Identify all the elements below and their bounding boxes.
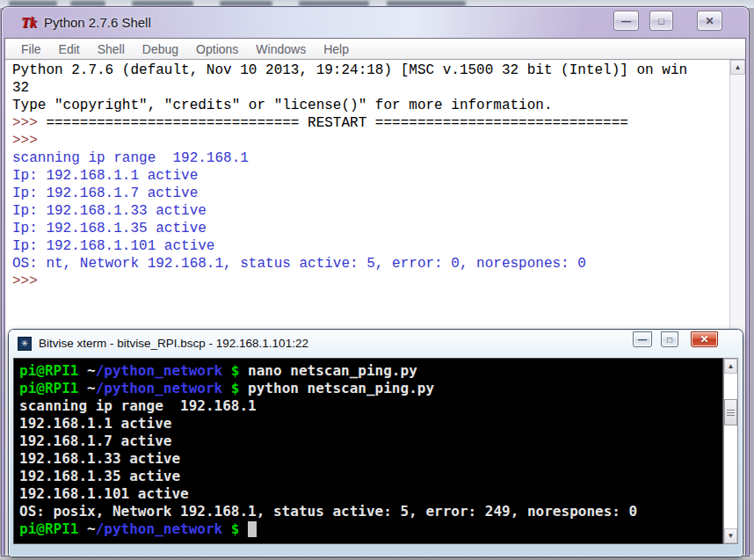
console-line: OS: nt, Network 192.168.1, status active… [12, 255, 730, 273]
background-blur [220, 1, 272, 6]
menu-item-edit[interactable]: Edit [50, 42, 89, 56]
text-segment: python netscan_ping.py [239, 380, 434, 396]
text-segment: Ip: 192.168.1.7 active [12, 185, 198, 201]
menu-item-options[interactable]: Options [187, 42, 247, 56]
text-segment: $ [222, 520, 239, 537]
text-segment: ~ [78, 520, 95, 537]
desktop: { "icons": { "idle_logo": "Tk", "bitvise… [0, 0, 754, 560]
terminal-cursor [248, 521, 257, 537]
background-blur [299, 1, 369, 6]
text-segment: >>> [12, 115, 46, 131]
text-segment: Ip: 192.168.1.1 active [12, 168, 198, 184]
text-segment: 192.168.1.35 active [19, 468, 180, 484]
menu-item-windows[interactable]: Windows [247, 42, 315, 56]
idle-window-controls: — □ ✕ [613, 11, 722, 31]
console-line: Ip: 192.168.1.1 active [12, 167, 730, 185]
menu-item-help[interactable]: Help [315, 42, 358, 56]
terminal-line: pi@RPI1 ~/python_network $ python netsca… [19, 380, 722, 397]
console-line: Ip: 192.168.1.35 active [12, 220, 730, 237]
console-line: >>> ============================== RESTA… [12, 114, 730, 132]
console-line: >>> [12, 132, 730, 149]
menu-item-shell[interactable]: Shell [89, 42, 134, 56]
text-segment: scanning ip range 192.168.1 [12, 150, 249, 166]
menu-item-debug[interactable]: Debug [134, 42, 187, 56]
text-segment: 192.168.1.33 active [19, 450, 180, 467]
terminal-line: scanning ip range 192.168.1 [19, 397, 722, 415]
text-segment: Type "copyright", "credits" or "license(… [12, 98, 553, 113]
text-segment: OS: nt, Network 192.168.1, status active… [12, 256, 586, 272]
scroll-up-icon[interactable]: ▲ [730, 60, 745, 75]
text-segment: ============================== RESTART =… [46, 115, 628, 131]
background-blur [70, 1, 105, 6]
text-segment: Ip: 192.168.1.33 active [12, 203, 207, 219]
console-line: >>> [12, 273, 730, 290]
menu-item-file[interactable]: File [12, 42, 50, 56]
idle-menu-bar: FileEditShellDebugOptionsWindowsHelp [5, 39, 745, 60]
text-segment: Ip: 192.168.1.101 active [12, 238, 214, 254]
idle-tk-icon: Tk [21, 15, 37, 31]
console-line: Ip: 192.168.1.33 active [12, 202, 730, 220]
terminal-line: 192.168.1.1 active [19, 415, 722, 433]
text-segment: ~ [78, 380, 95, 396]
terminal-scrollbar[interactable]: ▲ ▼ [723, 358, 738, 544]
bitvise-window-body: pi@RPI1 ~/python_network $ nano netscan_… [13, 358, 738, 544]
terminal-line: pi@RPI1 ~/python_network $ nano netscan_… [19, 362, 722, 380]
text-segment: >>> [12, 133, 38, 149]
text-segment: Python 2.7.6 (default, Nov 10 2013, 19:2… [12, 62, 687, 78]
console-line: scanning ip range 192.168.1 [12, 149, 730, 167]
terminal-line: pi@RPI1 ~/python_network $ [19, 520, 722, 538]
text-segment: Ip: 192.168.1.35 active [12, 221, 207, 236]
text-segment: 32 [12, 80, 29, 96]
console-line: Type "copyright", "credits" or "license(… [12, 97, 730, 114]
text-segment: >>> [12, 273, 38, 289]
text-segment: ~ [78, 362, 95, 379]
background-blur [132, 1, 193, 6]
console-line: Ip: 192.168.1.101 active [12, 237, 730, 255]
text-segment: nano netscan_ping.py [239, 362, 417, 379]
terminal-line: OS: posix, Network 192.168.1, status act… [19, 503, 722, 520]
terminal-line: 192.168.1.35 active [19, 468, 722, 485]
background-blur [9, 1, 57, 6]
terminal-line: 192.168.1.101 active [19, 485, 722, 503]
text-segment: /python_network [96, 362, 223, 379]
scroll-up-icon[interactable]: ▲ [724, 359, 737, 374]
text-segment: 192.168.1.101 active [19, 485, 189, 502]
close-button[interactable]: ✕ [697, 11, 722, 31]
text-segment: pi@RPI1 [19, 362, 78, 379]
terminal-line: 192.168.1.7 active [19, 433, 722, 450]
bitvise-xterm-window: ✳ Bitvise xterm - bitvise_RPI.bscp - 192… [9, 330, 743, 556]
bitvise-window-controls: — □ ✕ [633, 331, 718, 347]
text-segment: $ [222, 362, 239, 379]
text-segment: pi@RPI1 [19, 380, 78, 396]
idle-titlebar[interactable]: Tk Python 2.7.6 Shell — □ ✕ [2, 7, 749, 39]
text-segment: OS: posix, Network 192.168.1, status act… [19, 503, 637, 520]
scrollbar-thumb[interactable] [724, 399, 737, 425]
console-line: Python 2.7.6 (default, Nov 10 2013, 19:2… [12, 62, 730, 79]
bitvise-titlebar[interactable]: ✳ Bitvise xterm - bitvise_RPI.bscp - 192… [9, 330, 743, 358]
bitvise-window-title: Bitvise xterm - bitvise_RPI.bscp - 192.1… [39, 337, 308, 350]
idle-window-title: Python 2.7.6 Shell [44, 15, 151, 30]
text-segment: /python_network [96, 380, 223, 396]
text-segment: /python_network [96, 520, 223, 537]
text-segment [239, 520, 248, 537]
scroll-down-icon[interactable]: ▼ [724, 528, 737, 543]
minimize-button[interactable]: — [613, 11, 639, 31]
text-segment: 192.168.1.7 active [19, 433, 171, 449]
text-segment: pi@RPI1 [19, 520, 78, 537]
bitvise-app-icon: ✳ [18, 337, 32, 351]
console-line: 32 [12, 79, 730, 97]
console-line: Ip: 192.168.1.7 active [12, 185, 730, 202]
terminal-line: 192.168.1.33 active [19, 450, 722, 468]
close-button[interactable]: ✕ [691, 331, 718, 347]
text-segment: $ [222, 380, 239, 396]
maximize-button[interactable]: □ [661, 331, 678, 347]
text-segment: scanning ip range 192.168.1 [19, 397, 257, 414]
background-blur [387, 1, 466, 6]
ssh-terminal[interactable]: pi@RPI1 ~/python_network $ nano netscan_… [13, 358, 723, 544]
text-segment: 192.168.1.1 active [19, 415, 171, 432]
minimize-button[interactable]: — [633, 331, 652, 347]
maximize-button[interactable]: □ [649, 11, 673, 31]
